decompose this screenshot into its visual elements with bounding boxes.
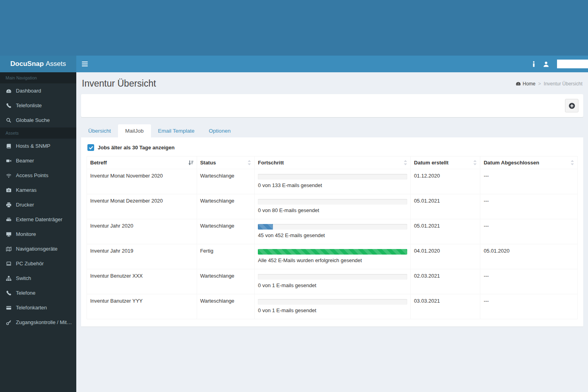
breadcrumb-separator: > bbox=[538, 81, 541, 87]
progress-bar-track bbox=[258, 249, 407, 255]
sidebar-item[interactable]: Globale Suche bbox=[0, 113, 76, 127]
progress-bar-track bbox=[258, 199, 407, 205]
brand-logo[interactable]: DocuSnap Assets bbox=[0, 56, 76, 72]
cell-betreff: Inventur Benutzer XXX bbox=[87, 269, 197, 294]
search-icon bbox=[6, 117, 12, 124]
camera-icon bbox=[6, 187, 12, 193]
column-label: Betreff bbox=[90, 160, 107, 166]
progress-bar-track bbox=[258, 274, 407, 280]
cell-progress: 45 von 452 E-mails gesendet bbox=[255, 219, 411, 244]
tab[interactable]: MailJob bbox=[118, 124, 151, 137]
sidebar-item-label: Access Points bbox=[16, 172, 48, 178]
add-button[interactable] bbox=[565, 99, 578, 112]
monitor-icon bbox=[6, 231, 12, 238]
table-head: Betreff Status bbox=[87, 156, 578, 169]
table-row: Inventur Monat November 2020 Warteschlan… bbox=[87, 169, 578, 194]
mailjob-table: Betreff Status bbox=[87, 156, 578, 319]
cell-completed: --- bbox=[480, 219, 578, 244]
cell-betreff: Inventur Monat Dezember 2020 bbox=[87, 194, 197, 219]
cell-created: 05.01.2021 bbox=[411, 194, 480, 219]
user-name-box[interactable] bbox=[557, 60, 588, 68]
tab[interactable]: Email Template bbox=[151, 124, 202, 137]
dashboard-icon bbox=[6, 88, 12, 94]
sidebar-item[interactable]: Telefonkarten bbox=[0, 300, 76, 315]
breadcrumb-home-label: Home bbox=[523, 81, 536, 87]
card-icon bbox=[6, 305, 12, 311]
column-header[interactable]: Status bbox=[197, 156, 255, 169]
wifi-icon bbox=[6, 172, 12, 179]
sidebar-item[interactable]: PC Zubehör bbox=[0, 256, 76, 271]
column-label: Fortschritt bbox=[258, 160, 284, 166]
progress-bar-track bbox=[258, 299, 407, 305]
cell-status: Warteschlange bbox=[197, 294, 255, 319]
progress-bar-fill bbox=[258, 224, 273, 230]
progress-label: 45 von 452 E-mails gesendet bbox=[258, 232, 407, 238]
column-header[interactable]: Fortschritt bbox=[255, 156, 411, 169]
cell-completed: 05.01.2020 bbox=[480, 244, 578, 269]
show-old-jobs-checkbox[interactable] bbox=[87, 144, 94, 151]
cell-completed: --- bbox=[480, 294, 578, 319]
breadcrumb: Home > Inventur Übersicht bbox=[516, 81, 582, 87]
sidebar-item[interactable]: Externe Datenträger bbox=[0, 212, 76, 227]
sidebar-item[interactable]: Monitore bbox=[0, 227, 76, 241]
map-icon bbox=[6, 246, 12, 252]
filter-label[interactable]: Jobs älter als 30 Tage anzeigen bbox=[98, 145, 174, 151]
column-label: Datum Abgeschlossen bbox=[484, 160, 539, 166]
sidebar-item-label: Drucker bbox=[16, 202, 34, 208]
cell-created: 01.12.2020 bbox=[411, 169, 480, 194]
tab[interactable]: Optionen bbox=[202, 124, 238, 137]
sidebar-item-label: Telefonkarten bbox=[16, 305, 47, 311]
progress-label: Alle 452 E-Mails wurden erfolgreich gese… bbox=[258, 257, 407, 263]
cell-created: 04.01.2020 bbox=[411, 244, 480, 269]
breadcrumb-home-link[interactable]: Home bbox=[516, 81, 536, 87]
sidebar: Main Navigation Dashboard Telefonliste bbox=[0, 72, 76, 392]
sidebar-item[interactable]: Drucker bbox=[0, 197, 76, 212]
column-header[interactable]: Datum erstellt bbox=[411, 156, 480, 169]
sidebar-item-label: Hosts & SNMP bbox=[16, 143, 50, 149]
brand-light: Assets bbox=[46, 60, 66, 68]
cell-betreff: Inventur Banutzer YYY bbox=[87, 294, 197, 319]
video-camera-icon bbox=[6, 158, 12, 164]
column-header[interactable]: Datum Abgeschlossen bbox=[480, 156, 578, 169]
sidebar-item[interactable]: Dashboard bbox=[0, 83, 76, 98]
progress-label: 0 von 1 E-mails gesendet bbox=[258, 307, 407, 313]
table-header-row: Betreff Status bbox=[87, 156, 578, 169]
sidebar-item[interactable]: Telefonliste bbox=[0, 98, 76, 113]
user-icon[interactable] bbox=[543, 61, 549, 67]
sidebar-item[interactable]: Hosts & SNMP bbox=[0, 139, 76, 153]
column-header[interactable]: Betreff bbox=[87, 156, 197, 169]
sidebar-item[interactable]: Switch bbox=[0, 271, 76, 286]
sidebar-item-label: Telefonliste bbox=[16, 102, 42, 108]
table-body: Inventur Monat November 2020 Warteschlan… bbox=[87, 169, 578, 319]
sort-updown-icon bbox=[248, 160, 251, 165]
header-bar: DocuSnap Assets bbox=[0, 56, 588, 72]
table-row: Inventur Jahr 2020 Warteschlange 45 von … bbox=[87, 219, 578, 244]
sidebar-item[interactable]: Kameras bbox=[0, 183, 76, 197]
sidebar-item[interactable]: Beamer bbox=[0, 153, 76, 168]
sidebar-item[interactable]: Zugangskontrolle / Mitarbei… bbox=[0, 315, 76, 330]
dashboard-icon bbox=[516, 81, 521, 86]
sidebar-section-header: Assets bbox=[0, 127, 76, 139]
info-icon[interactable] bbox=[532, 61, 535, 67]
check-icon bbox=[89, 145, 93, 150]
navbar bbox=[76, 56, 588, 72]
hamburger-icon[interactable] bbox=[82, 62, 88, 66]
sidebar-assets-list: Hosts & SNMP Beamer Access Points bbox=[0, 139, 76, 330]
printer-icon bbox=[6, 202, 12, 208]
book-icon bbox=[6, 143, 12, 149]
cell-progress: Alle 452 E-Mails wurden erfolgreich gese… bbox=[255, 244, 411, 269]
sidebar-item[interactable]: Access Points bbox=[0, 168, 76, 183]
page-title: Inventur Übersicht bbox=[82, 78, 156, 89]
app-window: DocuSnap Assets Main Navigation bbox=[0, 56, 588, 392]
sidebar-item-label: Kameras bbox=[16, 187, 37, 193]
cell-completed: --- bbox=[480, 194, 578, 219]
cell-created: 03.03.2021 bbox=[411, 294, 480, 319]
cell-status: Warteschlange bbox=[197, 269, 255, 294]
sidebar-item[interactable]: Telefone bbox=[0, 286, 76, 300]
sidebar-item[interactable]: Navigationsgeräte bbox=[0, 241, 76, 256]
cell-progress: 0 von 1 E-mails gesendet bbox=[255, 294, 411, 319]
sidebar-item-label: Beamer bbox=[16, 158, 34, 164]
mailjob-panel: Jobs älter als 30 Tage anzeigen Betref bbox=[81, 137, 583, 326]
tab[interactable]: Übersicht bbox=[81, 124, 118, 137]
toolbar-card bbox=[81, 94, 583, 117]
